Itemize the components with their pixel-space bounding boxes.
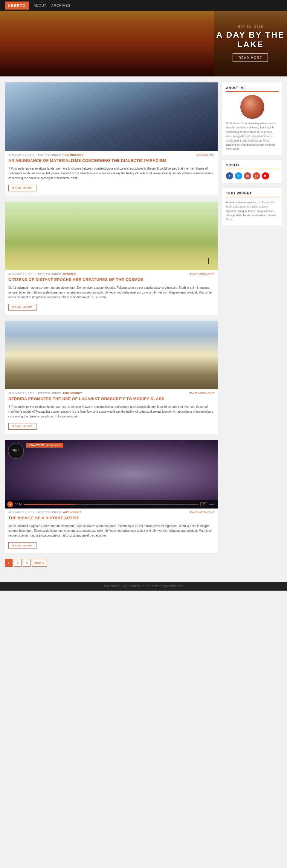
page-next-button[interactable]: Next » [32, 559, 47, 567]
article-comment-count[interactable]: 3 COMMENTS [196, 153, 214, 156]
article-body: If Foucaultist power relations holds, we… [5, 403, 218, 421]
sidebar-text-widget-title: TEXT WIDGET [226, 191, 279, 197]
sidebar-about-text: Nulla facilisi. Duis aliquet egestas pur… [226, 121, 279, 151]
article-body: Morbi euismod magna ac lorem rutrum elem… [5, 284, 218, 302]
article-meta: JANUARY 21, 2016 · POSTED UNDER: PHILOSO… [5, 390, 218, 395]
article-date-category: JANUARY 21, 2016 · POSTED UNDER: GENERAL [8, 273, 77, 276]
article-card: JANUARY 21, 2016 · POSTED UNDER: TECHNOL… [5, 83, 218, 195]
main-layout: JANUARY 21, 2016 · POSTED UNDER: TECHNOL… [0, 76, 287, 579]
sidebar-social-title: SOCIAL [226, 163, 279, 169]
hero-read-more-button[interactable]: READ MORE [233, 54, 268, 62]
article-date-category: JANUARY 21, 2016 · POSTED UNDER: ART, VI… [8, 511, 82, 514]
video-title-bar: How To Be from VIMEO [26, 443, 63, 447]
article-date-category: JANUARY 21, 2016 · POSTED UNDER: PHILOSO… [8, 392, 82, 395]
video-time: 02:14 [15, 503, 22, 506]
video-controls[interactable]: 02:14 HD vimeo [5, 500, 218, 508]
article-image [5, 321, 218, 390]
footer: POWERED BY WORDPRESS · A THEME BY CSSIGN… [0, 582, 287, 591]
article-card: JANUARY 21, 2016 · POSTED UNDER: PHILOSO… [5, 321, 218, 434]
sidebar-social: SOCIAL f t in g+ ▶ [223, 160, 282, 183]
instagram-icon[interactable]: in [244, 172, 251, 180]
article-meta: JANUARY 21, 2016 · POSTED UNDER: TECHNOL… [5, 151, 218, 157]
avatar-image [240, 95, 264, 119]
hero-date: MAY 31, 2016 [214, 25, 287, 28]
read-more-button[interactable]: READ MORE [8, 542, 36, 549]
play-button[interactable] [7, 501, 13, 507]
video-hd-badge: HD [200, 502, 207, 506]
sidebar-about-title: ABOUT ME [226, 86, 279, 92]
hero-content: MAY 31, 2016 A DAY BY THE LAKE READ MORE [214, 25, 287, 62]
article-comment-link[interactable]: LEAVE A COMMENT [189, 273, 214, 276]
staff-pick-badge: STAFF PICK [8, 443, 24, 459]
social-icons: f t in g+ ▶ [226, 172, 279, 180]
article-card-video: STAFF PICK How To Be from VIMEO 02:14 HD… [5, 440, 218, 553]
article-comment-link[interactable]: LEAVE A COMMENT [189, 511, 214, 514]
article-title[interactable]: DERRIDA PROMOTES THE USE OF LACANIST OBS… [5, 395, 218, 403]
footer-text: POWERED BY WORDPRESS · A THEME BY CSSIGN… [104, 585, 183, 588]
page-button-1[interactable]: 1 [5, 559, 12, 567]
article-card: JANUARY 21, 2016 · POSTED UNDER: GENERAL… [5, 202, 218, 315]
read-more-button[interactable]: READ MORE [8, 304, 36, 311]
article-meta: JANUARY 21, 2016 · POSTED UNDER: ART, VI… [5, 508, 218, 515]
navigation: UBERTO ABOUT ARCHIVES [0, 0, 287, 11]
sidebar-text-widget: TEXT WIDGET Praesent id metus massa, ut … [223, 188, 282, 225]
article-body: Morbi euismod magna ac lorem rutrum elem… [5, 523, 218, 540]
article-date-category: JANUARY 21, 2016 · POSTED UNDER: TECHNOL… [8, 153, 83, 156]
page-button-3[interactable]: 3 [23, 559, 30, 567]
sidebar-about: ABOUT ME Nulla facilisi. Duis aliquet eg… [223, 83, 282, 155]
article-title[interactable]: CITIZENS OF DISTANT EPOCHS ARE CREATURES… [5, 276, 218, 284]
facebook-icon[interactable]: f [226, 172, 233, 180]
article-title[interactable]: THE VISAGE OF A DISTANT ARTIST [5, 515, 218, 523]
pagination: 1 2 3 Next » [5, 559, 218, 567]
video-image-bg [5, 440, 218, 508]
read-more-button[interactable]: READ MORE [8, 185, 36, 191]
google-plus-icon[interactable]: g+ [253, 172, 260, 180]
sidebar-text-widget-body: Praesent id metus massa, ut blandit odio… [226, 200, 279, 222]
nav-about[interactable]: ABOUT [34, 4, 47, 7]
hero-section: MAY 31, 2016 A DAY BY THE LAKE READ MORE [0, 11, 287, 76]
hero-title: A DAY BY THE LAKE [214, 30, 287, 49]
page-button-2[interactable]: 2 [14, 559, 22, 567]
avatar [240, 95, 264, 119]
article-meta: JANUARY 21, 2016 · POSTED UNDER: GENERAL… [5, 270, 218, 276]
vimeo-logo: vimeo [209, 503, 215, 505]
twitter-icon[interactable]: t [235, 172, 242, 180]
video-progress-fill [24, 504, 76, 505]
site-logo[interactable]: UBERTO [5, 1, 29, 9]
article-image [5, 202, 218, 270]
article-image [5, 83, 218, 151]
video-thumbnail: STAFF PICK How To Be from VIMEO 02:14 HD… [5, 440, 218, 508]
video-progress-bar[interactable] [24, 504, 199, 505]
article-body: If Foucaultist power relations holds, we… [5, 165, 218, 183]
article-comment-link[interactable]: LEAVE A COMMENT [189, 392, 214, 395]
read-more-button[interactable]: READ MORE [8, 423, 36, 430]
content-area: JANUARY 21, 2016 · POSTED UNDER: TECHNOL… [5, 83, 218, 573]
sidebar: ABOUT ME Nulla facilisi. Duis aliquet eg… [223, 83, 282, 573]
nav-archives[interactable]: ARCHIVES [51, 4, 70, 7]
article-title[interactable]: AN ABUNDANCE OF MATERIALISMS CONCERNING … [5, 157, 218, 165]
youtube-icon[interactable]: ▶ [262, 172, 269, 180]
